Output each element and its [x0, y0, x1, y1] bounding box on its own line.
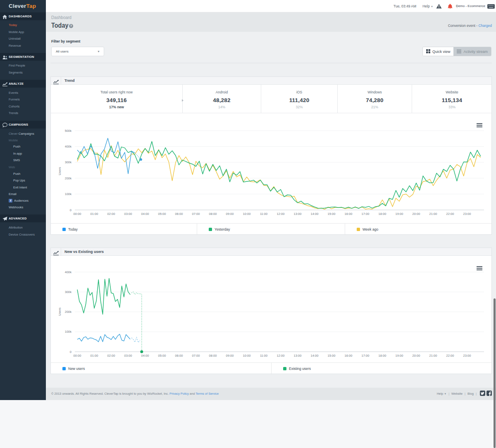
svg-text:Users: Users [58, 167, 62, 175]
svg-text:21:00: 21:00 [429, 354, 437, 357]
svg-text:16:00: 16:00 [345, 212, 353, 216]
svg-text:200k: 200k [65, 176, 72, 180]
svg-text:22:00: 22:00 [446, 212, 454, 216]
svg-text:23:00: 23:00 [463, 354, 471, 357]
svg-text:14:00: 14:00 [311, 354, 319, 357]
svg-text:100k: 100k [65, 192, 72, 196]
svg-text:10:00: 10:00 [243, 354, 251, 357]
svg-text:03:00: 03:00 [124, 354, 132, 357]
svg-text:01:00: 01:00 [91, 354, 98, 357]
svg-text:12:00: 12:00 [277, 212, 285, 216]
svg-text:19:00: 19:00 [396, 212, 403, 216]
svg-text:05:00: 05:00 [158, 354, 166, 357]
svg-text:04:00: 04:00 [141, 354, 149, 357]
svg-text:12:00: 12:00 [277, 354, 285, 357]
svg-text:19:00: 19:00 [396, 354, 403, 357]
svg-text:11:00: 11:00 [260, 212, 267, 216]
svg-text:14:00: 14:00 [311, 212, 319, 216]
svg-text:400k: 400k [65, 270, 72, 274]
svg-text:23:00: 23:00 [463, 212, 471, 216]
svg-text:17:00: 17:00 [362, 212, 370, 216]
svg-text:17:00: 17:00 [362, 354, 370, 357]
svg-text:02:00: 02:00 [107, 212, 115, 216]
svg-text:200k: 200k [65, 310, 72, 314]
svg-text:18:00: 18:00 [379, 354, 386, 357]
svg-text:Users: Users [58, 307, 62, 316]
svg-text:07:00: 07:00 [192, 212, 200, 216]
svg-text:00:00: 00:00 [74, 212, 81, 216]
svg-text:22:00: 22:00 [446, 354, 454, 357]
svg-text:300k: 300k [65, 290, 72, 294]
svg-text:03:00: 03:00 [124, 212, 132, 216]
svg-text:06:00: 06:00 [175, 212, 183, 216]
svg-text:11:00: 11:00 [260, 354, 267, 357]
svg-text:10:00: 10:00 [243, 212, 251, 216]
svg-text:0: 0 [70, 350, 72, 354]
svg-text:400k: 400k [65, 145, 72, 148]
svg-text:13:00: 13:00 [294, 212, 302, 216]
svg-text:00:00: 00:00 [74, 354, 81, 357]
svg-text:0: 0 [70, 208, 72, 212]
svg-text:15:00: 15:00 [328, 354, 336, 357]
svg-text:500k: 500k [65, 129, 72, 133]
svg-text:05:00: 05:00 [158, 212, 166, 216]
svg-text:13:00: 13:00 [294, 354, 302, 357]
svg-text:15:00: 15:00 [328, 212, 336, 216]
svg-text:300k: 300k [65, 160, 72, 164]
svg-text:21:00: 21:00 [429, 212, 437, 216]
svg-text:08:00: 08:00 [209, 354, 217, 357]
svg-text:16:00: 16:00 [345, 354, 353, 357]
svg-text:09:00: 09:00 [226, 354, 234, 357]
svg-text:20:00: 20:00 [413, 212, 420, 216]
svg-text:20:00: 20:00 [413, 354, 420, 357]
svg-text:100k: 100k [65, 330, 72, 334]
svg-text:06:00: 06:00 [175, 354, 183, 357]
svg-text:07:00: 07:00 [192, 354, 200, 357]
svg-text:02:00: 02:00 [107, 354, 115, 357]
svg-text:18:00: 18:00 [379, 212, 386, 216]
svg-text:08:00: 08:00 [209, 212, 217, 216]
svg-text:04:00: 04:00 [141, 212, 149, 216]
svg-text:01:00: 01:00 [91, 212, 98, 216]
svg-text:09:00: 09:00 [226, 212, 234, 216]
